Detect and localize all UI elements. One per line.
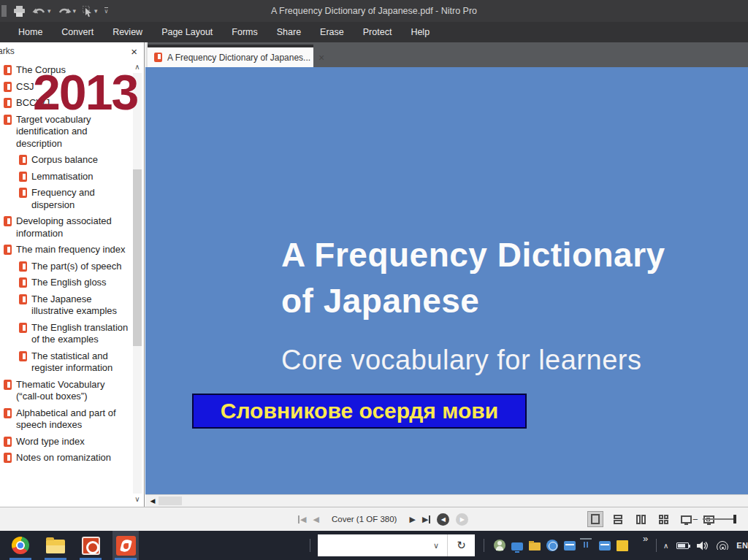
bookmark-icon: [19, 323, 27, 333]
tab-help[interactable]: Help: [401, 22, 439, 42]
bookmark-item[interactable]: Developing associated information: [0, 215, 129, 239]
battery-icon[interactable]: [676, 542, 689, 549]
speaker-icon[interactable]: [697, 541, 709, 551]
dropdown-icon[interactable]: ▾: [47, 7, 51, 15]
taskbar-separator: [484, 539, 484, 552]
powerpoint-icon: [82, 537, 100, 555]
tab-page-layout[interactable]: Page Layout: [152, 22, 222, 42]
folder-icon: [46, 540, 65, 553]
zoom-out-button[interactable]: −: [692, 514, 698, 525]
refresh-icon[interactable]: ↻: [447, 534, 475, 556]
bookmark-item[interactable]: The English gloss: [0, 277, 129, 289]
customize-icon: ∨: [104, 7, 109, 15]
undo-button[interactable]: ▾: [32, 7, 51, 16]
bookmark-item[interactable]: Word type index: [0, 436, 129, 448]
history-forward-button[interactable]: ▶: [456, 513, 468, 526]
save-icon[interactable]: [1, 5, 7, 17]
history-back-button[interactable]: ◀: [437, 513, 449, 526]
close-panel-button[interactable]: ×: [131, 46, 137, 57]
chrome-app-button[interactable]: [7, 531, 34, 560]
bookmark-item[interactable]: The statistical and register information: [0, 350, 129, 375]
system-tray: ∧ ENG: [663, 531, 748, 560]
bookmark-item[interactable]: The main frequency index: [0, 244, 129, 256]
scroll-down-icon[interactable]: ∨: [131, 494, 143, 505]
chevron-down-icon[interactable]: ∨: [425, 534, 447, 556]
file-explorer-app-button[interactable]: [42, 531, 69, 560]
sidebar-scrollbar[interactable]: ∧ ∨: [131, 61, 143, 505]
redo-button[interactable]: ▾: [58, 7, 77, 16]
scroll-left-icon[interactable]: ◀: [147, 495, 159, 507]
tab-home[interactable]: Home: [9, 22, 52, 42]
bookmark-icon: [4, 245, 12, 255]
document-tab[interactable]: A Frequency Dictionary of Japanes... ×: [148, 45, 313, 67]
close-tab-icon[interactable]: ×: [318, 53, 324, 63]
language-indicator[interactable]: ENG: [736, 541, 748, 550]
bookmark-item[interactable]: The part(s) of speech: [0, 261, 129, 273]
overflow-icon[interactable]: »: [643, 533, 648, 544]
horizontal-scrollbar[interactable]: ◀: [145, 494, 748, 507]
bookmarks-panel-header: arks ×: [0, 42, 144, 60]
bookmark-item[interactable]: Alphabetical and part of speech indexes: [0, 407, 129, 431]
bookmark-item[interactable]: The English translation of the examples: [0, 322, 129, 346]
customize-toolbar-button[interactable]: ∨: [104, 7, 109, 15]
bookmark-item[interactable]: Lemmatisation: [0, 171, 129, 183]
show-hidden-icons-button[interactable]: ∧: [663, 542, 668, 550]
network-globe-icon[interactable]: [546, 540, 558, 551]
zoom-slider[interactable]: [703, 518, 735, 520]
tab-protect[interactable]: Protect: [354, 22, 402, 42]
bookmark-icon: [19, 155, 27, 165]
taskbar-tray-apps: [494, 531, 628, 560]
dropdown-icon[interactable]: ▾: [94, 7, 98, 15]
chrome-icon: [12, 537, 29, 554]
sticky-note-icon[interactable]: [617, 540, 628, 551]
tab-share[interactable]: Share: [267, 22, 310, 42]
bookmarks-list: The Corpus CSJ BCCWJ Target vocabulary i…: [0, 61, 129, 507]
bookmarks-panel-title: arks: [0, 46, 15, 56]
book-subtitle: Core vocabulary for learners: [281, 345, 641, 376]
tab-convert[interactable]: Convert: [52, 22, 103, 42]
bookmark-item[interactable]: Notes on romanization: [0, 452, 129, 464]
page-indicator[interactable]: Cover (1 OF 380): [326, 515, 402, 523]
nitro-pro-app-button[interactable]: [112, 531, 139, 560]
tab-erase[interactable]: Erase: [310, 22, 354, 42]
zoom-control: −: [692, 507, 735, 531]
document-tab-title: A Frequency Dictionary of Japanes...: [167, 53, 310, 63]
previous-page-button[interactable]: ◀: [313, 515, 318, 524]
search-input[interactable]: [318, 534, 425, 556]
app-window-icon[interactable]: [564, 541, 576, 551]
app-window-icon[interactable]: [599, 541, 611, 551]
tab-review[interactable]: Review: [103, 22, 152, 42]
select-tool-button[interactable]: ▾: [83, 6, 98, 17]
scrollbar-thumb[interactable]: [133, 169, 142, 346]
view-continuous-button[interactable]: [610, 511, 626, 527]
print-button[interactable]: [13, 6, 26, 17]
bookmark-icon: [19, 172, 27, 182]
last-page-button[interactable]: ▶: [422, 515, 430, 524]
next-page-button[interactable]: ▶: [409, 515, 415, 524]
taskbar-separator: [656, 539, 657, 552]
bookmark-item[interactable]: Frequency and dispersion: [0, 187, 129, 211]
taskbar-search-combobox[interactable]: ∨ ↻: [318, 534, 475, 556]
nitro-pro-icon: [116, 536, 136, 556]
dropdown-icon[interactable]: ▾: [73, 7, 77, 15]
view-facing-button[interactable]: [633, 511, 649, 527]
contact-person-icon[interactable]: [494, 540, 505, 551]
scrollbar-track[interactable]: [133, 73, 142, 494]
cursor-icon: [83, 6, 93, 17]
bookmark-item[interactable]: Thematic Vocabulary (“call-out boxes”): [0, 379, 129, 403]
fit-width-button[interactable]: [678, 511, 694, 527]
zoom-slider-handle[interactable]: [733, 515, 736, 523]
quick-access-toolbar: ▾ ▾ ▾ ∨: [0, 0, 108, 22]
bookmark-item[interactable]: The Japanese illustrative examples: [0, 294, 129, 318]
powerpoint-app-button[interactable]: [77, 531, 104, 560]
statusbar: ◀ ◀ Cover (1 OF 380) ▶ ▶ ◀ ▶ −: [0, 507, 748, 531]
folder-small-icon[interactable]: [529, 542, 541, 551]
bookmark-item[interactable]: Corpus balance: [0, 154, 129, 166]
wifi-icon[interactable]: [717, 541, 728, 550]
hscrollbar-thumb[interactable]: [159, 496, 182, 505]
first-page-button[interactable]: ◀: [298, 515, 306, 524]
view-single-page-button[interactable]: [587, 511, 603, 527]
view-facing-continuous-button[interactable]: [655, 511, 671, 527]
tab-forms[interactable]: Forms: [222, 22, 267, 42]
display-icon[interactable]: [511, 542, 523, 551]
